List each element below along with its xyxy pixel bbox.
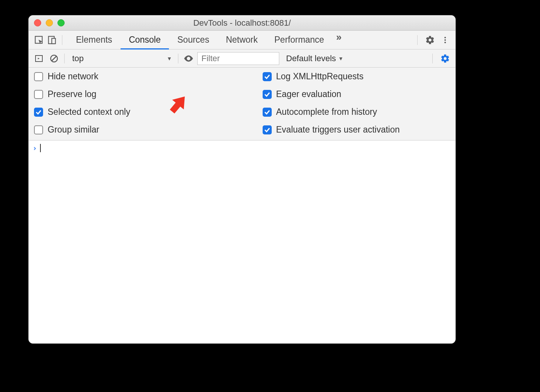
checkbox-box — [34, 125, 43, 134]
context-select[interactable]: top ▼ — [68, 53, 174, 64]
divider — [417, 35, 418, 45]
checkbox-label: Autocomplete from history — [276, 107, 377, 117]
console-sidebar-toggle-icon[interactable] — [32, 52, 45, 65]
checkbox-label: Log XMLHttpRequests — [276, 71, 364, 82]
checkbox-label: Evaluate triggers user activation — [276, 125, 400, 135]
tab-label: Elements — [76, 35, 112, 45]
console-toolbar: top ▼ Default levels ▼ — [29, 49, 455, 68]
panel-tabs: Elements Console Sources Network Perform… — [68, 31, 345, 49]
svg-rect-2 — [52, 38, 56, 43]
svg-point-3 — [444, 37, 446, 38]
tab-elements[interactable]: Elements — [68, 31, 121, 49]
chevron-down-icon: ▼ — [167, 56, 172, 62]
divider — [64, 54, 65, 63]
checkbox-label: Preserve log — [48, 89, 96, 99]
window-controls — [34, 19, 65, 26]
devtools-window: DevTools - localhost:8081/ Elements Cons… — [28, 15, 456, 344]
tab-label: Console — [129, 35, 161, 45]
checkbox-box — [263, 125, 272, 134]
text-cursor — [40, 144, 41, 152]
checkbox-label: Hide network — [48, 71, 98, 82]
live-expression-eye-icon[interactable] — [182, 52, 195, 65]
settings-gear-icon[interactable] — [424, 34, 436, 46]
tab-performance[interactable]: Performance — [266, 31, 333, 49]
svg-point-5 — [444, 42, 446, 43]
close-window-button[interactable] — [34, 19, 41, 26]
filter-input[interactable] — [197, 52, 279, 65]
tab-network[interactable]: Network — [218, 31, 266, 49]
checkbox-box — [34, 108, 43, 117]
settings-left-column: Hide network Preserve log Selected conte… — [34, 71, 242, 135]
checkbox-selected-context-only[interactable]: Selected context only — [34, 107, 242, 117]
tab-console[interactable]: Console — [121, 31, 169, 49]
checkbox-log-xhr[interactable]: Log XMLHttpRequests — [263, 71, 450, 82]
console-settings-gear-icon[interactable] — [439, 52, 452, 65]
chevron-down-icon: ▼ — [338, 56, 343, 62]
panel-tabstrip: Elements Console Sources Network Perform… — [29, 31, 455, 49]
checkbox-box — [263, 108, 272, 117]
checkbox-label: Eager evaluation — [276, 89, 342, 99]
checkbox-hide-network[interactable]: Hide network — [34, 71, 242, 82]
more-tabs-icon[interactable]: » — [333, 31, 345, 43]
checkbox-group-similar[interactable]: Group similar — [34, 125, 242, 135]
context-selected-label: top — [72, 54, 84, 63]
inspect-element-icon[interactable] — [32, 34, 45, 46]
log-levels-label: Default levels — [286, 54, 336, 63]
console-output[interactable]: › — [29, 140, 455, 156]
clear-console-icon[interactable] — [48, 52, 60, 65]
console-settings-panel: Hide network Preserve log Selected conte… — [29, 68, 455, 140]
settings-right-column: Log XMLHttpRequests Eager evaluation Aut… — [242, 71, 450, 135]
console-prompt[interactable]: › — [32, 144, 452, 153]
titlebar: DevTools - localhost:8081/ — [29, 15, 455, 31]
inspect-tools — [32, 34, 66, 46]
device-toolbar-icon[interactable] — [45, 34, 58, 46]
tab-label: Network — [226, 35, 258, 45]
divider — [178, 54, 178, 63]
checkbox-box — [263, 72, 272, 81]
checkbox-box — [34, 90, 43, 99]
checkbox-label: Group similar — [48, 125, 99, 135]
checkbox-evaluate-user-activation[interactable]: Evaluate triggers user activation — [263, 125, 450, 135]
checkbox-box — [34, 72, 43, 81]
svg-point-4 — [444, 39, 446, 40]
tabstrip-right — [413, 34, 452, 46]
checkbox-box — [263, 90, 272, 99]
kebab-menu-icon[interactable] — [439, 34, 452, 46]
maximize-window-button[interactable] — [57, 19, 65, 26]
checkbox-autocomplete-history[interactable]: Autocomplete from history — [263, 107, 450, 117]
tab-sources[interactable]: Sources — [169, 31, 217, 49]
tab-label: Sources — [177, 35, 209, 45]
checkbox-preserve-log[interactable]: Preserve log — [34, 89, 242, 99]
prompt-chevron-icon: › — [32, 144, 37, 153]
minimize-window-button[interactable] — [46, 19, 53, 26]
log-levels-select[interactable]: Default levels ▼ — [286, 54, 343, 63]
window-title: DevTools - localhost:8081/ — [29, 18, 455, 28]
divider — [62, 35, 62, 45]
checkbox-label: Selected context only — [48, 107, 130, 117]
tab-label: Performance — [274, 35, 324, 45]
divider — [432, 54, 433, 63]
checkbox-eager-evaluation[interactable]: Eager evaluation — [263, 89, 450, 99]
